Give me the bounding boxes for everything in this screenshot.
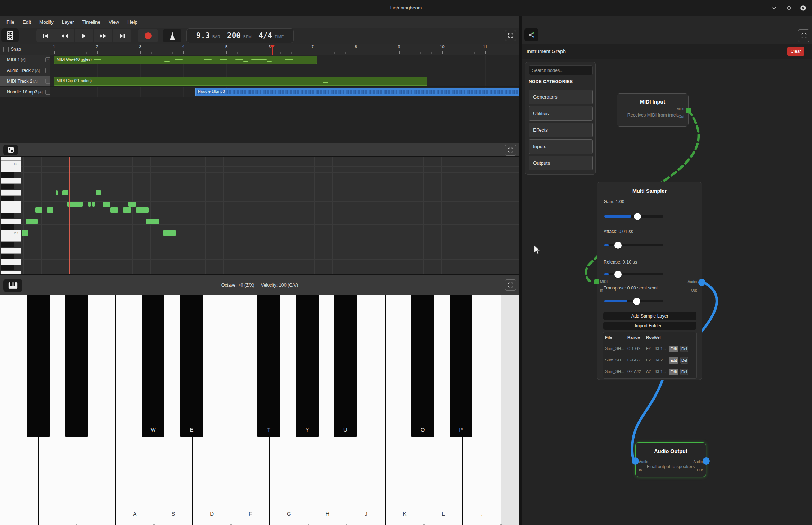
roll-key-C#4[interactable] — [1, 224, 21, 230]
audio-in-port[interactable] — [632, 457, 639, 465]
graph-expand-button[interactable] — [798, 29, 809, 42]
midi-note[interactable] — [56, 190, 58, 195]
roll-key-A#4[interactable] — [1, 172, 21, 178]
midi-note[interactable] — [26, 219, 38, 224]
snap-checkbox[interactable] — [3, 47, 9, 52]
midi-note[interactable] — [128, 202, 136, 207]
black-key-T[interactable]: T — [257, 295, 280, 437]
midi-note[interactable] — [103, 202, 110, 207]
midi-note[interactable] — [47, 207, 53, 213]
midi-in-port[interactable] — [594, 279, 599, 284]
audio-out-port[interactable] — [703, 457, 710, 465]
piano-roll-mode-button[interactable] — [3, 145, 18, 155]
roll-key-F3[interactable] — [1, 271, 21, 274]
roll-key-E4[interactable] — [1, 207, 21, 213]
close-icon[interactable] — [799, 4, 807, 12]
roll-key-D#4[interactable] — [1, 213, 21, 219]
black-key-Y[interactable]: Y — [296, 295, 319, 437]
menu-item-layer[interactable]: Layer — [60, 19, 76, 26]
track-checkbox[interactable]: - — [45, 57, 50, 62]
rewind-button[interactable] — [55, 29, 74, 42]
track-row-midi-track-2[interactable]: MIDI Track 2[A]- — [0, 76, 50, 87]
minimize-icon[interactable] — [770, 4, 778, 12]
roll-key-A3[interactable] — [1, 248, 21, 254]
track-checkbox[interactable]: - — [45, 90, 50, 95]
black-key-P[interactable]: P — [450, 295, 472, 437]
midi-note[interactable] — [136, 207, 149, 213]
white-key-partial[interactable] — [501, 295, 519, 525]
del-button[interactable]: Del — [680, 369, 688, 375]
edit-button[interactable]: Edit — [669, 357, 678, 364]
roll-key-C4[interactable]: C4 — [1, 230, 21, 236]
audio-clip[interactable]: Noodle 18.mp3 — [195, 88, 519, 96]
roll-key-A4[interactable] — [1, 178, 21, 184]
import-folder-button[interactable]: Import Folder... — [603, 322, 696, 330]
del-button[interactable]: Del — [680, 346, 688, 352]
skip-end-button[interactable] — [113, 29, 131, 42]
midi-clip[interactable]: MIDI Clip (40 notes) — [54, 56, 317, 64]
track-checkbox[interactable]: - — [45, 68, 50, 73]
roll-key-A#3[interactable] — [1, 242, 21, 247]
slider-thumb[interactable] — [633, 298, 640, 305]
multi-sampler-node[interactable]: Multi Sampler Gain: 1.00Attack: 0.01 ssR… — [597, 182, 702, 380]
midi-note[interactable] — [92, 202, 95, 207]
midi-note[interactable] — [35, 207, 42, 213]
search-input[interactable] — [529, 65, 593, 75]
menu-item-help[interactable]: Help — [125, 19, 140, 26]
menu-item-timeline[interactable]: Timeline — [80, 19, 103, 26]
midi-note[interactable] — [110, 207, 118, 213]
maximize-icon[interactable] — [785, 4, 793, 12]
audio-out-port[interactable] — [698, 279, 705, 286]
track-row-midi-1[interactable]: MIDI 1[A]- — [0, 55, 50, 65]
midi-clip[interactable]: MIDI Clip (21 notes) — [54, 77, 427, 86]
slider-thumb[interactable] — [634, 213, 641, 220]
roll-key-F#3[interactable] — [1, 265, 21, 271]
midi-note[interactable] — [146, 219, 159, 224]
del-button[interactable]: Del — [680, 357, 688, 364]
timeline-expand-button[interactable] — [505, 30, 516, 41]
metronome-button[interactable] — [163, 29, 181, 42]
menu-item-modify[interactable]: Modify — [37, 19, 56, 26]
track-lane[interactable] — [50, 65, 519, 76]
category-utilities[interactable]: Utilities — [529, 106, 593, 121]
record-button[interactable] — [138, 29, 158, 42]
midi-note[interactable] — [22, 230, 28, 236]
roll-key-B3[interactable] — [1, 236, 21, 242]
slider-track[interactable] — [604, 244, 663, 246]
clear-graph-button[interactable]: Clear — [787, 47, 804, 56]
edit-button[interactable]: Edit — [669, 369, 678, 375]
black-key-W[interactable]: W — [142, 295, 164, 437]
keyboard-expand-button[interactable] — [505, 279, 516, 291]
play-button[interactable] — [75, 29, 93, 42]
black-key-O[interactable]: O — [411, 295, 434, 437]
fast-forward-button[interactable] — [94, 29, 112, 42]
track-row-noodle-18-mp3[interactable]: Noodle 18.mp3[A]- — [0, 87, 50, 97]
midi-note[interactable] — [62, 190, 68, 195]
roll-key-D4[interactable] — [1, 219, 21, 224]
black-key[interactable] — [65, 295, 88, 437]
black-key[interactable] — [27, 295, 50, 437]
audio-output-node[interactable]: Audio Output Final output to speakers Au… — [635, 442, 706, 477]
roll-key-G#3[interactable] — [1, 254, 21, 259]
midi-out-port[interactable] — [686, 108, 691, 113]
slider-track[interactable] — [604, 273, 663, 275]
roll-key-F#4[interactable] — [1, 196, 21, 201]
category-inputs[interactable]: Inputs — [529, 139, 593, 154]
midi-note[interactable] — [96, 190, 101, 195]
track-row-audio-track-2[interactable]: Audio Track 2[A]- — [0, 65, 50, 76]
roll-key-C5[interactable]: C5 — [1, 161, 21, 166]
midi-note[interactable] — [163, 230, 176, 236]
piano-roll[interactable]: C5C4 — [0, 157, 519, 274]
graph-mode-button[interactable] — [524, 28, 538, 41]
roll-key-F4[interactable] — [1, 201, 21, 207]
timeline-mode-button[interactable] — [1, 28, 19, 42]
midi-note[interactable] — [88, 202, 91, 207]
black-key-U[interactable]: U — [334, 295, 357, 437]
category-effects[interactable]: Effects — [529, 123, 593, 137]
menu-item-file[interactable]: File — [4, 19, 17, 26]
roll-key-G3[interactable] — [1, 259, 21, 265]
slider-thumb[interactable] — [614, 242, 622, 249]
track-checkbox[interactable]: - — [45, 79, 50, 84]
roll-key-G#4[interactable] — [1, 184, 21, 190]
timeline-ruler[interactable]: Snap 1234567891011 — [0, 44, 519, 55]
